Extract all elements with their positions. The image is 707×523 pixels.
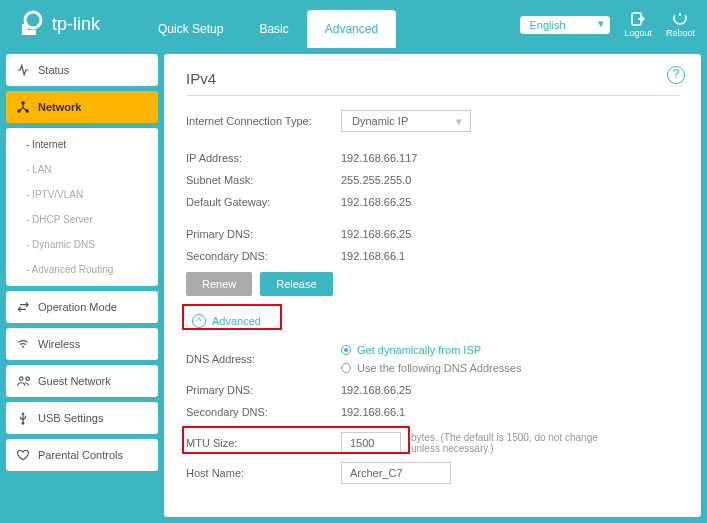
ip-value: 192.168.66.117 [341,152,417,164]
advanced-toggle[interactable]: ^ Advanced [186,310,267,332]
gw-value: 192.168.66.25 [341,196,411,208]
sidebar-sub-iptv[interactable]: IPTV/VLAN [6,182,158,207]
brand-logo: tp-link [18,10,100,38]
sidebar: Status Network Internet LAN IPTV/VLAN DH… [0,48,164,523]
main-tabs: Quick Setup Basic Advanced [140,0,396,48]
usb-icon [16,411,30,425]
pdns-value: 192.168.66.25 [341,228,411,240]
svg-rect-2 [22,30,36,35]
dns-opt-dynamic[interactable]: Get dynamically from ISP [341,344,521,356]
sidebar-item-guest[interactable]: Guest Network [6,365,158,397]
sidebar-item-label: Status [38,64,69,76]
radio-icon [341,345,351,355]
content-panel: ? IPv4 Internet Connection Type: Dynamic… [164,54,701,517]
sidebar-item-label: Parental Controls [38,449,123,461]
adv-pdns-value: 192.168.66.25 [341,384,411,396]
svg-point-8 [22,422,24,424]
switch-icon [16,300,30,314]
sidebar-item-label: USB Settings [38,412,103,424]
sidebar-sub-routing[interactable]: Advanced Routing [6,257,158,282]
dnsaddr-label: DNS Address: [186,353,341,365]
conn-type-label: Internet Connection Type: [186,115,341,127]
sidebar-sub-dhcp[interactable]: DHCP Server [6,207,158,232]
conn-type-select[interactable]: Dynamic IP [341,110,471,132]
reboot-button[interactable]: Reboot [666,10,695,38]
heart-icon [16,448,30,462]
network-icon [16,100,30,114]
logout-icon [629,10,647,28]
page-title: IPv4 [186,70,679,96]
sidebar-sub-lan[interactable]: LAN [6,157,158,182]
renew-button[interactable]: Renew [186,272,252,296]
language-select-wrap: English [520,15,610,34]
adv-sdns-value: 192.168.66.1 [341,406,405,418]
sidebar-item-label: Wireless [38,338,80,350]
svg-point-7 [20,377,24,381]
wifi-icon [16,337,30,351]
sidebar-item-label: Network [38,101,81,113]
svg-point-4 [22,102,24,104]
activity-icon [16,63,30,77]
help-button[interactable]: ? [667,66,685,84]
logout-button[interactable]: Logout [624,10,652,38]
sidebar-sub-ddns[interactable]: Dynamic DNS [6,232,158,257]
reboot-icon [671,10,689,28]
mtu-label: MTU Size: [186,437,341,449]
sidebar-network-submenu: Internet LAN IPTV/VLAN DHCP Server Dynam… [6,128,158,286]
users-icon [16,374,30,388]
dns-opt-custom[interactable]: Use the following DNS Addresses [341,362,521,374]
tab-advanced[interactable]: Advanced [307,10,396,48]
mask-value: 255.255.255.0 [341,174,411,186]
pdns-label: Primary DNS: [186,228,341,240]
topbar: tp-link Quick Setup Basic Advanced Engli… [0,0,707,48]
mtu-input[interactable] [341,432,401,454]
sidebar-item-wireless[interactable]: Wireless [6,328,158,360]
brand-name: tp-link [52,14,100,35]
sdns-value: 192.168.66.1 [341,250,405,262]
adv-pdns-label: Primary DNS: [186,384,341,396]
release-button[interactable]: Release [260,272,332,296]
sidebar-item-opmode[interactable]: Operation Mode [6,291,158,323]
language-select[interactable]: English [520,16,610,34]
chevron-up-icon: ^ [192,314,206,328]
sidebar-item-parental[interactable]: Parental Controls [6,439,158,471]
host-input[interactable] [341,462,451,484]
tab-basic[interactable]: Basic [241,10,306,48]
sidebar-item-usb[interactable]: USB Settings [6,402,158,434]
tp-link-logo-icon [18,10,46,38]
sidebar-item-label: Operation Mode [38,301,117,313]
sidebar-item-label: Guest Network [38,375,111,387]
gw-label: Default Gateway: [186,196,341,208]
radio-icon [341,363,351,373]
sidebar-item-status[interactable]: Status [6,54,158,86]
sdns-label: Secondary DNS: [186,250,341,262]
tab-quick-setup[interactable]: Quick Setup [140,10,241,48]
adv-sdns-label: Secondary DNS: [186,406,341,418]
mtu-hint: bytes. (The default is 1500, do not chan… [411,432,611,454]
sidebar-sub-internet[interactable]: Internet [6,132,158,157]
mask-label: Subnet Mask: [186,174,341,186]
host-label: Host Name: [186,467,341,479]
ip-label: IP Address: [186,152,341,164]
sidebar-item-network[interactable]: Network [6,91,158,123]
